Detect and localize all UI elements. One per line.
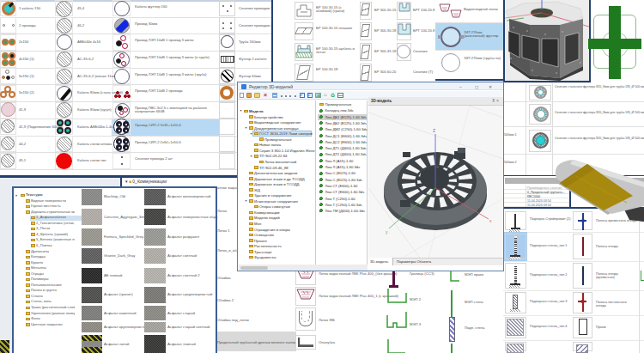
svg-text:Z: Z bbox=[433, 128, 435, 133]
svg-text:y: y bbox=[386, 229, 388, 234]
svg-text:x: x bbox=[489, 218, 492, 223]
